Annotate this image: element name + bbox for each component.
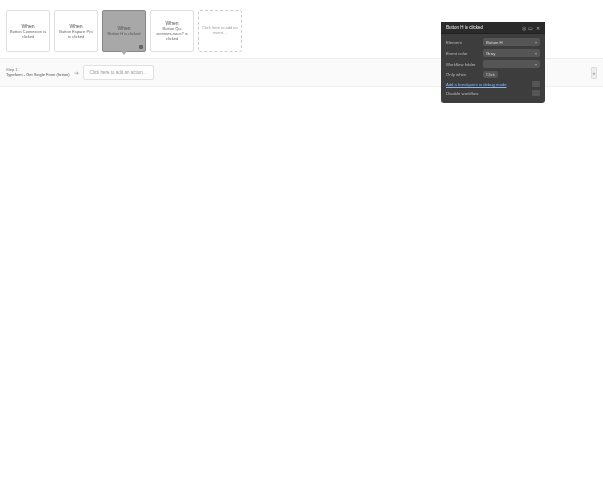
chevron-down-icon: ▾ xyxy=(535,51,537,56)
color-select[interactable]: Gray ▾ xyxy=(483,49,540,57)
step-1-desc: Typeform - Get Single Form (fiction) xyxy=(6,73,70,78)
event-desc: Button Espace Pro is clicked xyxy=(57,30,95,40)
row-only-when: Only when Click xyxy=(446,71,540,78)
step-1[interactable]: Step 1 Typeform - Get Single Form (ficti… xyxy=(6,68,70,78)
row-breakpoint: Add a breakpoint in debug mode xyxy=(446,81,540,87)
event-card-3[interactable]: When Button Qui sommes-nous? is clicked xyxy=(150,10,194,52)
disable-label: Disable workflow xyxy=(446,91,478,96)
property-panel: Button H is clicked ◎ ▭ ✕ Element Button… xyxy=(441,22,545,103)
add-event-text: Click here to add an event… xyxy=(201,26,239,36)
panel-header[interactable]: Button H is clicked ◎ ▭ ✕ xyxy=(441,22,545,34)
element-value: Button H xyxy=(486,40,503,45)
color-value: Gray xyxy=(486,51,495,56)
row-folder: Workflow folder ▾ xyxy=(446,60,540,68)
close-icon[interactable]: ✕ xyxy=(535,25,540,30)
color-label: Event color xyxy=(446,51,480,56)
card-marker-icon xyxy=(139,45,143,49)
row-disable: Disable workflow xyxy=(446,90,540,96)
only-when-label: Only when xyxy=(446,72,480,77)
panel-comment-icon[interactable]: ▭ xyxy=(528,25,533,30)
add-action-button[interactable]: Click here to add an action… xyxy=(83,65,155,80)
breakpoint-link[interactable]: Add a breakpoint in debug mode xyxy=(446,82,507,87)
event-desc: Button Qui sommes-nous? is clicked xyxy=(153,27,191,41)
row-element: Element Button H ▾ xyxy=(446,38,540,46)
panel-body: Element Button H ▾ Event color Gray ▾ Wo… xyxy=(441,34,545,103)
chevron-down-icon: ▾ xyxy=(535,40,537,45)
element-select[interactable]: Button H ▾ xyxy=(483,38,540,46)
breakpoint-toggle[interactable] xyxy=(532,81,540,87)
event-card-2-selected[interactable]: When Button H is clicked xyxy=(102,10,146,52)
arrow-icon: ➔ xyxy=(74,69,79,76)
folder-label: Workflow folder xyxy=(446,62,480,67)
panel-target-icon[interactable]: ◎ xyxy=(521,25,526,30)
when-label: When xyxy=(69,23,82,29)
only-when-click[interactable]: Click xyxy=(483,71,498,78)
folder-select[interactable]: ▾ xyxy=(483,60,540,68)
event-card-1[interactable]: When Button Espace Pro is clicked xyxy=(54,10,98,52)
collapse-handle[interactable]: « xyxy=(591,67,597,79)
element-label: Element xyxy=(446,40,480,45)
event-desc: Button H is clicked xyxy=(107,32,142,37)
disable-toggle[interactable] xyxy=(532,90,540,96)
panel-title: Button H is clicked xyxy=(446,25,483,30)
event-desc: Button Connexion is clicked xyxy=(9,30,47,40)
chevron-down-icon: ▾ xyxy=(535,62,537,67)
row-color: Event color Gray ▾ xyxy=(446,49,540,57)
when-label: When xyxy=(21,23,34,29)
card-arrow-icon xyxy=(121,51,127,55)
event-card-0[interactable]: When Button Connexion is clicked xyxy=(6,10,50,52)
add-event-card[interactable]: Click here to add an event… xyxy=(198,10,242,52)
